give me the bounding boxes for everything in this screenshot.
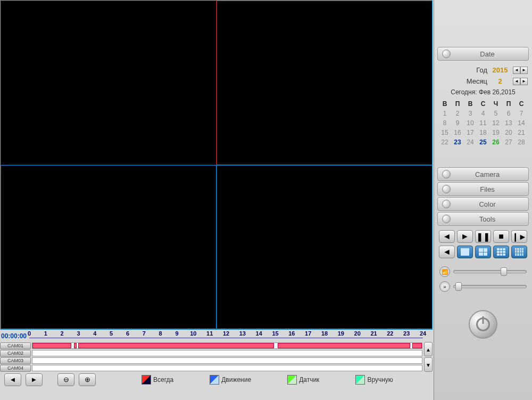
video-quadrant-1[interactable] <box>1 1 217 165</box>
prev-layout-button[interactable]: ◄ <box>439 246 455 258</box>
hour-tick: 13 <box>239 330 246 337</box>
recording-segment <box>78 343 273 348</box>
layout-16-button[interactable] <box>511 246 527 258</box>
camera-label[interactable]: CAM01 <box>0 342 31 349</box>
year-next-button[interactable]: ► <box>520 67 528 74</box>
layout-1-button[interactable] <box>457 246 473 258</box>
camera-track[interactable] <box>32 357 422 364</box>
calendar-day[interactable]: 21 <box>515 128 528 137</box>
camera-label[interactable]: CAM03 <box>0 357 31 364</box>
month-label: Месяц <box>467 77 487 85</box>
calendar-day[interactable]: 8 <box>438 118 451 128</box>
video-grid <box>0 0 433 329</box>
zoom-in-button[interactable]: ⊕ <box>79 373 96 386</box>
calendar-day[interactable]: 12 <box>489 118 502 128</box>
camera-track[interactable] <box>32 350 422 356</box>
hour-tick: 21 <box>370 330 377 337</box>
layout-9-button[interactable] <box>493 246 509 258</box>
camera-label[interactable]: CAM04 <box>0 365 31 372</box>
calendar-day[interactable]: 19 <box>489 128 502 137</box>
month-prev-button[interactable]: ◄ <box>513 78 520 85</box>
video-quadrant-4[interactable] <box>217 165 433 330</box>
hour-tick: 1 <box>44 330 47 337</box>
tools-icon <box>442 215 451 223</box>
legend-manual: Вручную <box>355 375 393 385</box>
calendar-day[interactable]: 14 <box>515 118 528 128</box>
zoom-out-button[interactable]: ⊖ <box>57 373 74 386</box>
hour-tick: 12 <box>223 330 229 337</box>
calendar-day[interactable]: 25 <box>477 137 489 147</box>
nav-next-button[interactable]: ► <box>26 373 43 386</box>
tools-section-header[interactable]: Tools <box>437 212 529 226</box>
hour-tick: 2 <box>61 330 64 337</box>
timeline-scroll-up[interactable]: ▲ <box>424 342 433 356</box>
color-section-header[interactable]: Color <box>437 197 529 211</box>
calendar-day[interactable]: 23 <box>451 137 464 147</box>
volume-slider[interactable] <box>453 270 527 273</box>
calendar-day[interactable]: 20 <box>502 128 515 137</box>
hour-tick: 11 <box>206 330 213 337</box>
calendar-day[interactable]: 2 <box>451 109 464 118</box>
files-section-header[interactable]: Files <box>437 182 529 196</box>
recording-segment <box>32 343 71 348</box>
calendar-day[interactable]: 10 <box>464 118 477 128</box>
legend-motion: Движение <box>210 375 251 385</box>
hour-tick: 19 <box>338 330 344 337</box>
calendar-day[interactable]: 5 <box>489 109 502 118</box>
calendar-day[interactable]: 24 <box>464 137 477 147</box>
hour-tick: 17 <box>305 330 311 337</box>
stop-button[interactable]: ■ <box>493 230 509 243</box>
calendar-day[interactable]: 9 <box>451 118 464 128</box>
calendar-day[interactable]: 7 <box>515 109 528 118</box>
forward-button[interactable]: ❙► <box>511 230 527 243</box>
calendar-day[interactable]: 11 <box>477 118 489 128</box>
legend-motion-icon <box>210 375 219 385</box>
hour-tick: 0 <box>28 330 31 337</box>
year-value: 2015 <box>491 66 510 74</box>
month-next-button[interactable]: ► <box>520 78 528 85</box>
timeline-scroll-down[interactable]: ▼ <box>424 357 433 372</box>
legend-always-icon <box>142 375 151 385</box>
video-quadrant-2[interactable] <box>217 1 433 165</box>
today-label: Сегодня: Фев 26,2015 <box>438 88 528 96</box>
weekday-header: Ч <box>489 99 502 109</box>
camera-label[interactable]: CAM02 <box>0 350 31 357</box>
calendar-day[interactable]: 17 <box>464 128 477 137</box>
power-button[interactable] <box>469 310 497 339</box>
nav-prev-button[interactable]: ◄ <box>4 373 21 386</box>
calendar-day[interactable]: 16 <box>451 128 464 137</box>
camera-track[interactable] <box>32 342 422 349</box>
speed-slider[interactable] <box>453 285 527 288</box>
calendar-day[interactable]: 22 <box>438 137 451 147</box>
hour-tick: 24 <box>420 330 426 337</box>
layout-4-button[interactable] <box>475 246 491 258</box>
hour-tick: 14 <box>256 330 262 337</box>
timeline-ruler[interactable]: 0123456789101112131415161718192021222324 <box>29 330 423 342</box>
camera-track[interactable] <box>32 365 422 371</box>
speed-icon: » <box>439 281 450 292</box>
calendar: ВПВСЧПС 12345678910111213141516171819202… <box>438 99 528 147</box>
date-section-header[interactable]: Date <box>437 47 529 61</box>
video-quadrant-3[interactable] <box>1 165 217 330</box>
hour-tick: 15 <box>272 330 278 337</box>
calendar-day[interactable]: 13 <box>502 118 515 128</box>
weekday-header: С <box>515 99 528 109</box>
calendar-day[interactable]: 1 <box>438 109 451 118</box>
power-icon <box>476 317 490 331</box>
calendar-day[interactable]: 27 <box>502 137 515 147</box>
calendar-day[interactable]: 6 <box>502 109 515 118</box>
rewind-button[interactable]: ◄ <box>439 230 455 243</box>
hour-tick: 9 <box>175 330 178 337</box>
camera-section-header[interactable]: Camera <box>437 167 529 181</box>
calendar-day[interactable]: 26 <box>489 137 502 147</box>
year-prev-button[interactable]: ◄ <box>513 67 520 74</box>
calendar-day[interactable]: 3 <box>464 109 477 118</box>
play-button[interactable]: ► <box>457 230 473 243</box>
hour-tick: 3 <box>77 330 80 337</box>
calendar-day[interactable]: 18 <box>477 128 489 137</box>
calendar-day[interactable]: 28 <box>515 137 528 147</box>
pause-button[interactable]: ❚❚ <box>475 230 491 243</box>
calendar-day[interactable]: 15 <box>438 128 451 137</box>
hour-tick: 20 <box>354 330 361 337</box>
calendar-day[interactable]: 4 <box>477 109 489 118</box>
